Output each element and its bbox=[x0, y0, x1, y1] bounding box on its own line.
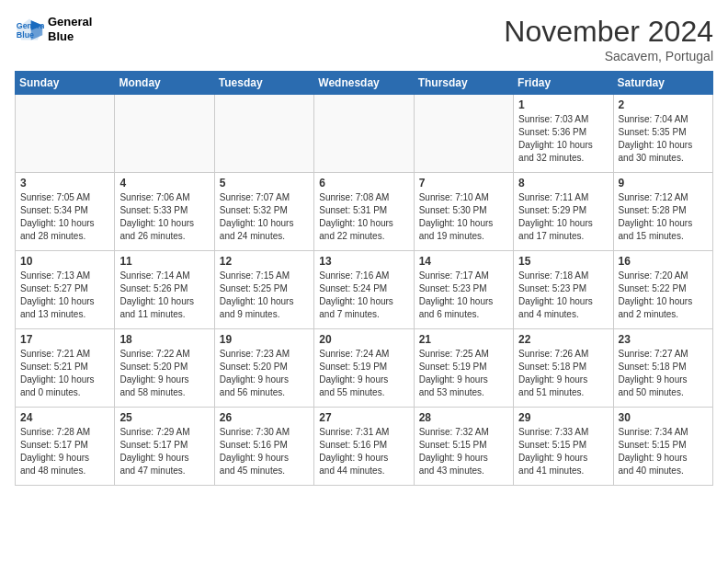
day-info: Sunrise: 7:10 AM Sunset: 5:30 PM Dayligh… bbox=[419, 191, 508, 243]
calendar-cell: 11Sunrise: 7:14 AM Sunset: 5:26 PM Dayli… bbox=[115, 251, 214, 329]
day-number: 6 bbox=[319, 177, 408, 190]
calendar-cell: 4Sunrise: 7:06 AM Sunset: 5:33 PM Daylig… bbox=[115, 173, 214, 251]
location-subtitle: Sacavem, Portugal bbox=[504, 49, 713, 63]
week-row-5: 24Sunrise: 7:28 AM Sunset: 5:17 PM Dayli… bbox=[16, 408, 713, 486]
day-number: 13 bbox=[319, 255, 408, 268]
week-row-3: 10Sunrise: 7:13 AM Sunset: 5:27 PM Dayli… bbox=[16, 251, 713, 329]
day-number: 12 bbox=[220, 255, 309, 268]
calendar-cell: 20Sunrise: 7:24 AM Sunset: 5:19 PM Dayli… bbox=[314, 329, 414, 408]
day-number: 24 bbox=[20, 411, 109, 424]
calendar-cell: 23Sunrise: 7:27 AM Sunset: 5:18 PM Dayli… bbox=[613, 329, 712, 408]
day-number: 18 bbox=[119, 333, 209, 346]
day-info: Sunrise: 7:04 AM Sunset: 5:35 PM Dayligh… bbox=[619, 113, 708, 165]
col-header-wednesday: Wednesday bbox=[314, 72, 414, 95]
calendar-cell: 29Sunrise: 7:33 AM Sunset: 5:15 PM Dayli… bbox=[514, 408, 613, 486]
day-info: Sunrise: 7:29 AM Sunset: 5:17 PM Dayligh… bbox=[119, 426, 209, 477]
calendar-cell: 25Sunrise: 7:29 AM Sunset: 5:17 PM Dayli… bbox=[115, 408, 214, 486]
day-number: 11 bbox=[119, 255, 209, 268]
day-number: 23 bbox=[619, 333, 708, 346]
week-row-1: 1Sunrise: 7:03 AM Sunset: 5:36 PM Daylig… bbox=[16, 95, 713, 173]
calendar-cell: 12Sunrise: 7:15 AM Sunset: 5:25 PM Dayli… bbox=[214, 251, 313, 329]
calendar-cell: 24Sunrise: 7:28 AM Sunset: 5:17 PM Dayli… bbox=[16, 408, 115, 486]
calendar-cell: 18Sunrise: 7:22 AM Sunset: 5:20 PM Dayli… bbox=[115, 329, 214, 408]
day-number: 1 bbox=[518, 98, 608, 111]
month-title: November 2024 bbox=[504, 15, 713, 49]
day-info: Sunrise: 7:31 AM Sunset: 5:16 PM Dayligh… bbox=[319, 426, 408, 477]
calendar-cell: 13Sunrise: 7:16 AM Sunset: 5:24 PM Dayli… bbox=[314, 251, 414, 329]
title-area: November 2024 Sacavem, Portugal bbox=[504, 15, 713, 63]
day-number: 14 bbox=[419, 255, 508, 268]
day-info: Sunrise: 7:12 AM Sunset: 5:28 PM Dayligh… bbox=[619, 191, 708, 243]
day-number: 16 bbox=[619, 255, 708, 268]
day-number: 10 bbox=[20, 255, 109, 268]
logo: General Blue General Blue bbox=[15, 15, 92, 43]
day-info: Sunrise: 7:30 AM Sunset: 5:16 PM Dayligh… bbox=[220, 426, 309, 477]
day-info: Sunrise: 7:26 AM Sunset: 5:18 PM Dayligh… bbox=[518, 348, 608, 399]
svg-text:Blue: Blue bbox=[17, 29, 34, 39]
day-info: Sunrise: 7:17 AM Sunset: 5:23 PM Dayligh… bbox=[419, 270, 508, 321]
calendar-cell: 2Sunrise: 7:04 AM Sunset: 5:35 PM Daylig… bbox=[613, 95, 712, 173]
col-header-saturday: Saturday bbox=[613, 72, 712, 95]
day-info: Sunrise: 7:14 AM Sunset: 5:26 PM Dayligh… bbox=[119, 270, 209, 321]
calendar-cell: 28Sunrise: 7:32 AM Sunset: 5:15 PM Dayli… bbox=[414, 408, 513, 486]
day-info: Sunrise: 7:16 AM Sunset: 5:24 PM Dayligh… bbox=[319, 270, 408, 321]
day-number: 25 bbox=[119, 411, 209, 424]
calendar-cell: 16Sunrise: 7:20 AM Sunset: 5:22 PM Dayli… bbox=[613, 251, 712, 329]
day-info: Sunrise: 7:28 AM Sunset: 5:17 PM Dayligh… bbox=[20, 426, 109, 477]
calendar-cell: 5Sunrise: 7:07 AM Sunset: 5:32 PM Daylig… bbox=[214, 173, 313, 251]
day-info: Sunrise: 7:05 AM Sunset: 5:34 PM Dayligh… bbox=[20, 191, 109, 243]
day-number: 29 bbox=[518, 411, 608, 424]
day-number: 15 bbox=[518, 255, 608, 268]
day-info: Sunrise: 7:27 AM Sunset: 5:18 PM Dayligh… bbox=[619, 348, 708, 399]
day-number: 5 bbox=[220, 177, 309, 190]
week-row-4: 17Sunrise: 7:21 AM Sunset: 5:21 PM Dayli… bbox=[16, 329, 713, 408]
col-header-thursday: Thursday bbox=[414, 72, 513, 95]
day-info: Sunrise: 7:21 AM Sunset: 5:21 PM Dayligh… bbox=[20, 348, 109, 399]
day-number: 3 bbox=[20, 177, 109, 190]
day-info: Sunrise: 7:22 AM Sunset: 5:20 PM Dayligh… bbox=[119, 348, 209, 399]
calendar-cell: 19Sunrise: 7:23 AM Sunset: 5:20 PM Dayli… bbox=[214, 329, 313, 408]
calendar-cell: 1Sunrise: 7:03 AM Sunset: 5:36 PM Daylig… bbox=[514, 95, 613, 173]
day-number: 17 bbox=[20, 333, 109, 346]
day-info: Sunrise: 7:13 AM Sunset: 5:27 PM Dayligh… bbox=[20, 270, 109, 321]
calendar-header-row: SundayMondayTuesdayWednesdayThursdayFrid… bbox=[16, 72, 713, 95]
calendar-cell bbox=[314, 95, 414, 173]
day-number: 19 bbox=[220, 333, 309, 346]
day-number: 7 bbox=[419, 177, 508, 190]
day-info: Sunrise: 7:24 AM Sunset: 5:19 PM Dayligh… bbox=[319, 348, 408, 399]
logo-text: General Blue bbox=[48, 15, 92, 43]
day-info: Sunrise: 7:23 AM Sunset: 5:20 PM Dayligh… bbox=[220, 348, 309, 399]
logo-line2: Blue bbox=[48, 29, 92, 44]
day-number: 8 bbox=[518, 177, 608, 190]
calendar-cell: 7Sunrise: 7:10 AM Sunset: 5:30 PM Daylig… bbox=[414, 173, 513, 251]
day-number: 22 bbox=[518, 333, 608, 346]
col-header-friday: Friday bbox=[514, 72, 613, 95]
calendar-cell: 26Sunrise: 7:30 AM Sunset: 5:16 PM Dayli… bbox=[214, 408, 313, 486]
page-header: General Blue General Blue November 2024 … bbox=[15, 15, 713, 63]
calendar-cell: 27Sunrise: 7:31 AM Sunset: 5:16 PM Dayli… bbox=[314, 408, 414, 486]
day-info: Sunrise: 7:20 AM Sunset: 5:22 PM Dayligh… bbox=[619, 270, 708, 321]
day-number: 4 bbox=[119, 177, 209, 190]
calendar-cell bbox=[16, 95, 115, 173]
day-number: 20 bbox=[319, 333, 408, 346]
day-number: 27 bbox=[319, 411, 408, 424]
calendar-table: SundayMondayTuesdayWednesdayThursdayFrid… bbox=[15, 71, 713, 486]
calendar-cell: 15Sunrise: 7:18 AM Sunset: 5:23 PM Dayli… bbox=[514, 251, 613, 329]
day-info: Sunrise: 7:18 AM Sunset: 5:23 PM Dayligh… bbox=[518, 270, 608, 321]
day-info: Sunrise: 7:07 AM Sunset: 5:32 PM Dayligh… bbox=[220, 191, 309, 243]
calendar-cell bbox=[214, 95, 313, 173]
calendar-cell: 6Sunrise: 7:08 AM Sunset: 5:31 PM Daylig… bbox=[314, 173, 414, 251]
day-number: 9 bbox=[619, 177, 708, 190]
week-row-2: 3Sunrise: 7:05 AM Sunset: 5:34 PM Daylig… bbox=[16, 173, 713, 251]
calendar-cell: 3Sunrise: 7:05 AM Sunset: 5:34 PM Daylig… bbox=[16, 173, 115, 251]
logo-icon: General Blue bbox=[15, 17, 44, 42]
day-number: 28 bbox=[419, 411, 508, 424]
calendar-cell: 14Sunrise: 7:17 AM Sunset: 5:23 PM Dayli… bbox=[414, 251, 513, 329]
calendar-cell: 17Sunrise: 7:21 AM Sunset: 5:21 PM Dayli… bbox=[16, 329, 115, 408]
calendar-cell: 10Sunrise: 7:13 AM Sunset: 5:27 PM Dayli… bbox=[16, 251, 115, 329]
day-info: Sunrise: 7:33 AM Sunset: 5:15 PM Dayligh… bbox=[518, 426, 608, 477]
calendar-cell: 21Sunrise: 7:25 AM Sunset: 5:19 PM Dayli… bbox=[414, 329, 513, 408]
calendar-cell: 30Sunrise: 7:34 AM Sunset: 5:15 PM Dayli… bbox=[613, 408, 712, 486]
day-info: Sunrise: 7:34 AM Sunset: 5:15 PM Dayligh… bbox=[619, 426, 708, 477]
col-header-monday: Monday bbox=[115, 72, 214, 95]
